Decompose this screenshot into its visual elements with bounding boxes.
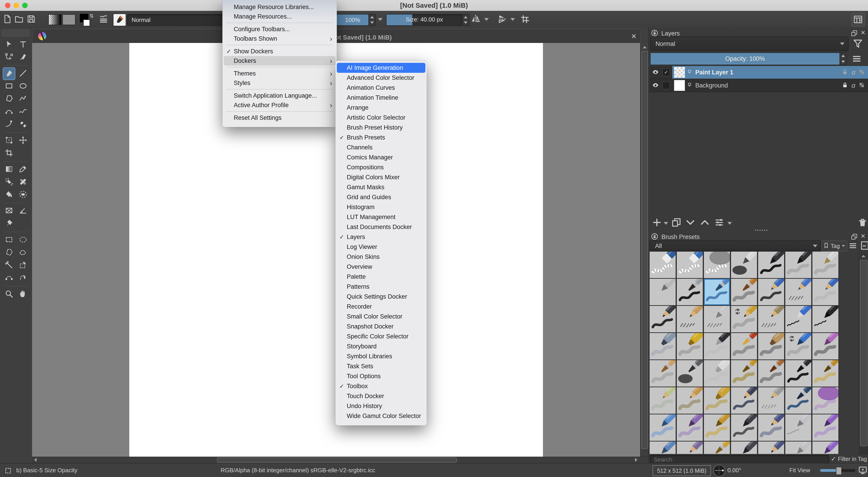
brush-preset-tile-48[interactable] <box>812 414 838 441</box>
menu-item-toolbars-shown[interactable]: Toolbars Shown› <box>224 34 336 43</box>
polyline-tool[interactable] <box>17 93 29 106</box>
brush-preset-tile-6[interactable] <box>812 251 838 278</box>
dynamic-brush-tool[interactable] <box>3 118 16 131</box>
pattern-chooser[interactable] <box>62 14 75 25</box>
submenu-item-arrange[interactable]: Arrange <box>337 102 426 113</box>
brush-preset-tile-36[interactable] <box>677 387 703 414</box>
brush-preset-tile-17[interactable] <box>731 306 757 332</box>
submenu-item-digital-colors-mixer[interactable]: Digital Colors Mixer <box>337 172 426 182</box>
layer-thumbnail[interactable] <box>674 67 685 78</box>
brush-preset-tile-2[interactable] <box>704 251 730 278</box>
menu-item-configure-toolbars[interactable]: Configure Toolbars... <box>224 24 336 34</box>
zoom-to-screen-icon[interactable] <box>858 466 868 477</box>
text-tool[interactable] <box>17 38 29 51</box>
submenu-item-histogram[interactable]: Histogram <box>337 202 426 212</box>
brush-preset-tile-46[interactable] <box>758 414 784 441</box>
brush-preset-tile-0[interactable] <box>650 251 676 278</box>
layer-alpha-inherit-icon[interactable] <box>859 82 865 89</box>
layer-properties-dropdown[interactable] <box>727 222 732 225</box>
brush-preset-tile-18[interactable] <box>758 306 784 332</box>
submenu-item-overview[interactable]: Overview <box>337 262 426 272</box>
brush-preset-tile-10[interactable] <box>731 279 757 305</box>
smart-patch-tool[interactable] <box>17 176 29 188</box>
workspace-chooser-button[interactable] <box>851 13 865 27</box>
layer-visibility-icon[interactable] <box>652 81 659 90</box>
submenu-item-symbol-libraries[interactable]: Symbol Libraries <box>337 351 426 361</box>
brush-presets-details-view-icon[interactable] <box>848 241 857 251</box>
menu-item-styles[interactable]: Styles› <box>224 78 336 88</box>
brush-preset-tile-28[interactable] <box>650 360 676 387</box>
freehand-select-tool[interactable] <box>17 246 29 259</box>
submenu-item-wide-gamut-color-selector[interactable]: Wide Gamut Color Selector <box>337 411 426 421</box>
brush-preset-tile-38[interactable] <box>731 387 757 414</box>
submenu-item-undo-history[interactable]: Undo History <box>337 401 426 411</box>
wrap-around-mode-icon[interactable] <box>520 14 530 24</box>
submenu-item-specific-color-selector[interactable]: Specific Color Selector <box>337 331 426 341</box>
bezier-select-tool[interactable] <box>3 272 16 285</box>
gradient-tool[interactable] <box>3 163 16 176</box>
duplicate-layer-button[interactable] <box>671 217 681 228</box>
brush-preset-tile-12[interactable] <box>785 279 811 305</box>
brush-preset-tile-9[interactable] <box>704 279 730 305</box>
brush-preset-tile-49[interactable] <box>650 442 676 454</box>
horizontal-scroll-thumb[interactable] <box>217 457 457 463</box>
bezier-curve-tool[interactable] <box>3 106 16 118</box>
brush-preset-tile-43[interactable] <box>677 414 703 441</box>
brush-search-input[interactable] <box>650 456 829 464</box>
layer-properties-button[interactable] <box>714 217 724 228</box>
submenu-item-compositions[interactable]: Compositions <box>337 162 426 172</box>
ellipse-tool[interactable] <box>17 80 29 93</box>
menu-item-manage-resources[interactable]: Manage Resources... <box>224 12 336 21</box>
brush-preset-tile-19[interactable] <box>785 306 811 332</box>
brush-preset-tile-42[interactable] <box>650 414 676 441</box>
layer-opacity-slider[interactable]: Opacity: 100% <box>650 53 840 65</box>
brush-preset-tile-4[interactable] <box>758 251 784 278</box>
brush-preset-tile-3[interactable] <box>731 251 757 278</box>
submenu-item-onion-skins[interactable]: Onion Skins <box>337 252 426 262</box>
select-shapes-tool[interactable] <box>3 38 16 51</box>
zoom-tool[interactable] <box>3 288 16 301</box>
submenu-item-grid-and-guides[interactable]: Grid and Guides <box>337 192 426 202</box>
brush-preset-tile-15[interactable] <box>677 306 703 332</box>
contiguous-select-tool[interactable] <box>3 259 16 272</box>
submenu-item-log-viewer[interactable]: Log Viewer <box>337 242 426 252</box>
zoom-slider-thumb[interactable] <box>836 467 842 475</box>
save-button[interactable] <box>26 14 36 24</box>
brush-presets-thumbnail-view-icon[interactable] <box>860 241 868 251</box>
opacity-slider[interactable]: 100% <box>336 14 369 26</box>
brush-preset-tile-54[interactable] <box>785 442 811 454</box>
scroll-up-button[interactable] <box>642 44 648 50</box>
edit-brush-settings-button[interactable] <box>113 13 126 26</box>
layer-select-checkbox[interactable] <box>662 82 670 89</box>
brush-tag-filter-dropdown[interactable]: All <box>650 241 821 251</box>
menu-item-manage-resource-libraries[interactable]: Manage Resource Libraries... <box>224 2 336 12</box>
brush-preset-tile-8[interactable] <box>677 279 703 305</box>
canvas-rotation-dial[interactable] <box>713 465 725 477</box>
brush-preset-tile-29[interactable] <box>677 360 703 387</box>
submenu-item-comics-manager[interactable]: Comics Manager <box>337 152 426 162</box>
filter-in-tag-checkbox[interactable]: ✓ <box>831 455 836 463</box>
crop-tool[interactable] <box>3 147 16 159</box>
foreground-background-colors[interactable]: ⇅ <box>80 13 94 25</box>
submenu-item-storyboard[interactable]: Storyboard <box>337 341 426 351</box>
submenu-item-tool-options[interactable]: Tool Options <box>337 371 426 381</box>
brush-preset-tile-34[interactable] <box>812 360 838 387</box>
scroll-right-button[interactable] <box>633 457 639 462</box>
line-tool[interactable] <box>17 67 29 80</box>
magnetic-select-tool[interactable] <box>17 272 29 285</box>
new-document-button[interactable] <box>2 14 12 24</box>
brush-preset-tile-44[interactable] <box>704 414 730 441</box>
brush-preset-tile-53[interactable] <box>758 442 784 454</box>
layer-select-checkbox[interactable]: ✓ <box>662 68 670 76</box>
brush-size-slider[interactable]: Size: 40.00 px <box>386 14 463 26</box>
float-layers-docker-icon[interactable] <box>851 30 858 37</box>
brush-preset-tile-25[interactable] <box>758 333 784 359</box>
submenu-item-advanced-color-selector[interactable]: Advanced Color Selector <box>337 73 426 83</box>
polygon-select-tool[interactable] <box>3 246 16 259</box>
edit-shapes-tool[interactable] <box>3 51 16 64</box>
layer-filter-icon[interactable] <box>852 38 864 50</box>
submenu-item-lut-management[interactable]: LUT Management <box>337 212 426 222</box>
submenu-item-layers[interactable]: ✓Layers <box>337 232 426 242</box>
brush-presets-docker-lock-icon[interactable] <box>651 233 658 241</box>
enclose-fill-tool[interactable] <box>17 188 29 201</box>
